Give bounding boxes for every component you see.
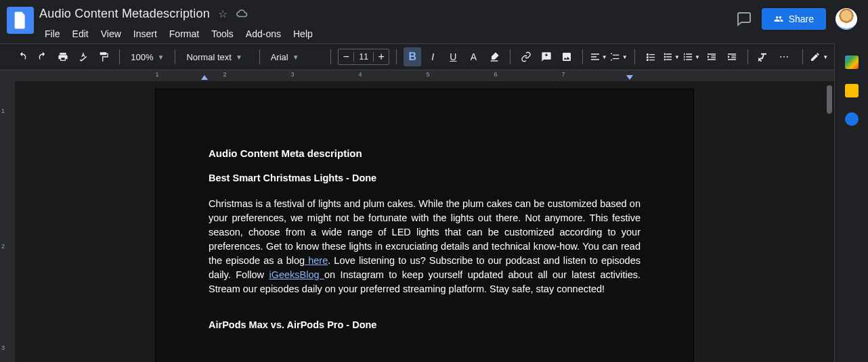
star-icon[interactable]: ☆	[218, 7, 227, 20]
menu-insert[interactable]: Insert	[128, 26, 162, 42]
font-size-increase[interactable]: +	[374, 51, 389, 63]
section1-title: Best Smart Christmas Lights - Done	[209, 173, 641, 183]
title-area: Audio Content Metadescription ☆ File Edi…	[39, 4, 318, 43]
workspace: 1 2 3 1 2 3 4 5 6 7 Audio Content Meta d…	[0, 70, 834, 362]
menu-file[interactable]: File	[39, 26, 66, 42]
decrease-indent-icon[interactable]	[703, 47, 720, 66]
menu-tools[interactable]: Tools	[206, 26, 239, 42]
font-size-value[interactable]: 11	[353, 52, 374, 62]
keep-addon-icon[interactable]	[845, 84, 859, 97]
horizontal-ruler[interactable]: 1 2 3 4 5 6 7	[15, 70, 834, 81]
paint-format-icon[interactable]	[95, 47, 112, 66]
checklist-icon[interactable]	[642, 47, 659, 66]
undo-icon[interactable]	[14, 47, 31, 66]
menu-bar: File Edit View Insert Format Tools Add-o…	[39, 24, 318, 43]
insert-link-icon[interactable]	[517, 47, 535, 66]
print-icon[interactable]	[54, 47, 72, 66]
section2-title: AirPods Max vs. AirPods Pro - Done	[209, 319, 641, 330]
link-igeeksblog[interactable]: iGeeksBlog	[269, 269, 324, 280]
paragraph-style-select[interactable]: Normal text▼	[182, 48, 252, 66]
font-size-control: − 11 +	[338, 49, 389, 65]
font-select[interactable]: Arial▼	[267, 48, 324, 66]
comments-icon[interactable]	[736, 11, 752, 27]
text-color-button[interactable]: A	[464, 47, 482, 66]
vertical-ruler[interactable]: 1 2 3	[0, 70, 15, 362]
menu-edit[interactable]: Edit	[67, 26, 94, 42]
zoom-value: 100%	[131, 52, 153, 62]
underline-button[interactable]: U	[444, 47, 462, 66]
highlight-button[interactable]	[485, 47, 502, 66]
docs-logo-icon[interactable]	[7, 7, 34, 34]
line-spacing-button[interactable]: ▼	[610, 47, 628, 66]
style-value: Normal text	[186, 52, 231, 62]
bold-button[interactable]: B	[404, 47, 421, 66]
section1-body: Christmas is a festival of lights and pl…	[209, 197, 641, 296]
account-avatar[interactable]	[836, 8, 857, 30]
bulleted-list-icon[interactable]: ▼	[662, 47, 680, 66]
document-title[interactable]: Audio Content Metadescription	[39, 7, 210, 21]
side-panel	[834, 43, 868, 362]
menu-help[interactable]: Help	[288, 26, 318, 42]
numbered-list-icon[interactable]: ▼	[682, 47, 700, 66]
font-size-decrease[interactable]: −	[339, 51, 353, 63]
scrollbar-thumb[interactable]	[827, 85, 832, 114]
toolbar: 100%▼ Normal text▼ Arial▼ − 11 + B I U A…	[0, 43, 868, 70]
italic-button[interactable]: I	[424, 47, 441, 66]
increase-indent-icon[interactable]	[723, 47, 741, 66]
spellcheck-icon[interactable]	[74, 47, 92, 66]
document-page[interactable]: Audio Content Meta description Best Smar…	[156, 89, 693, 362]
menu-format[interactable]: Format	[164, 26, 204, 42]
link-here[interactable]: here	[305, 255, 328, 266]
insert-image-icon[interactable]	[558, 47, 576, 66]
cloud-status-icon[interactable]	[236, 9, 248, 18]
align-button[interactable]: ▼	[590, 47, 607, 66]
editing-mode-icon[interactable]: ▼	[810, 47, 828, 66]
menu-addons[interactable]: Add-ons	[240, 26, 286, 42]
redo-icon[interactable]	[34, 47, 51, 66]
app-header: Audio Content Metadescription ☆ File Edi…	[0, 0, 868, 43]
share-label: Share	[789, 14, 814, 24]
add-comment-icon[interactable]	[538, 47, 555, 66]
doc-heading: Audio Content Meta description	[209, 148, 641, 159]
font-value: Arial	[271, 52, 288, 62]
share-button[interactable]: Share	[762, 8, 826, 30]
more-icon[interactable]: ⋯	[775, 47, 793, 66]
zoom-select[interactable]: 100%▼	[127, 48, 168, 66]
document-canvas[interactable]: 1 2 3 4 5 6 7 Audio Content Meta descrip…	[15, 70, 834, 362]
menu-view[interactable]: View	[95, 26, 127, 42]
left-indent-marker[interactable]	[201, 75, 208, 80]
calendar-addon-icon[interactable]	[845, 55, 859, 69]
clear-formatting-icon[interactable]	[755, 47, 773, 66]
tasks-addon-icon[interactable]	[845, 112, 859, 126]
right-indent-marker[interactable]	[626, 75, 633, 80]
